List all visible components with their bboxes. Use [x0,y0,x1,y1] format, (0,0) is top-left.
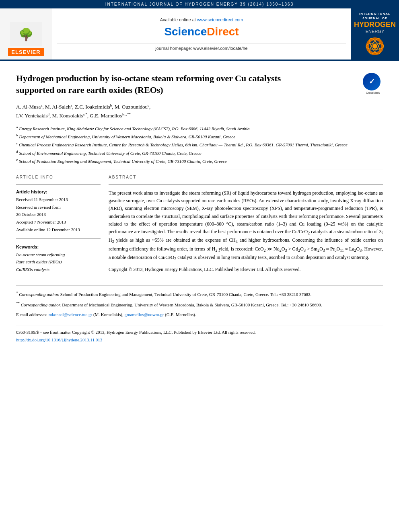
article-body: ARTICLE INFO Article history: Received 1… [16,175,383,273]
keyword-2: Rare earth oxides (REOs) [16,258,101,266]
crossmark-block: ✓ CrossMark [363,73,383,93]
divider-1 [16,170,383,170]
svg-point-2 [372,44,377,49]
keyword-1: Iso-octane steam reforming [16,251,101,259]
doi-line: http://dx.doi.org/10.1016/j.ijhydene.201… [16,336,383,344]
article-title: Hydrogen production by iso-octane steam … [16,73,306,96]
email-line: E-mail addresses: mkonsol@science.tuc.gr… [16,311,383,318]
crossmark-label: CrossMark [363,91,383,94]
issn-line: 0360-3199/$ – see front matter Copyright… [16,329,383,336]
footer-bottom: 0360-3199/$ – see front matter Copyright… [16,325,383,343]
affiliation-d: d School of Environmental Engineering, T… [16,149,383,157]
keywords-label: Keywords: [16,244,101,249]
article-info-column: ARTICLE INFO Article history: Received 1… [16,175,101,273]
keywords-list: Iso-octane steam reforming Rare earth ox… [16,251,101,273]
elsevier-tree-icon: 🌳 [10,22,42,46]
date-available: Available online 12 December 2013 [16,226,101,234]
copyright-text: Copyright © 2013, Hydrogen Energy Public… [109,266,383,273]
corresponding-author-1: * Corresponding author. School of Produc… [16,290,383,298]
main-content: Hydrogen production by iso-octane steam … [0,61,399,351]
affiliations-block: a Energy Research Institute, King Abdula… [16,124,383,165]
journal-logo-name: HYDROGEN [354,21,396,29]
divider-keywords [16,238,101,239]
sciencedirect-url[interactable]: www.sciencedirect.com [197,17,243,22]
elsevier-label: ELSEVIER [8,48,43,56]
keywords-section: Keywords: Iso-octane steam reforming Rar… [16,244,101,273]
abstract-text: The present work aims to investigate the… [109,189,383,263]
date-revised: 26 October 2013 [16,211,101,218]
available-online-text: Available online at www.sciencedirect.co… [160,17,243,22]
elsevier-logo-block: 🌳 ELSEVIER [0,8,52,60]
journal-logo-energy: ENERGY [366,29,384,34]
affiliation-e: e School of Production Engineering and M… [16,157,383,165]
crossmark-icon: ✓ [363,73,380,90]
email-1-link[interactable]: mkonsol@science.tuc.gr [49,312,93,317]
history-label: Article history: [16,189,101,194]
doi-link[interactable]: http://dx.doi.org/10.1016/j.ijhydene.201… [16,337,102,342]
abstract-column: ABSTRACT The present work aims to invest… [109,175,383,273]
title-block: Hydrogen production by iso-octane steam … [16,69,359,102]
journal-header-bar: INTERNATIONAL JOURNAL OF HYDROGEN ENERGY… [0,0,399,8]
sciencedirect-logo: ScienceDirect [164,25,239,38]
journal-logo-block: INTERNATIONALJOURNAL OF HYDROGEN ENERGY [351,8,399,60]
corresponding-author-2: ** Corresponding author. Department of M… [16,300,383,308]
affiliation-b: b Department of Mechanical Engineering, … [16,132,383,140]
keyword-3: Cu/REOs catalysts [16,266,101,273]
journal-logo-title: INTERNATIONALJOURNAL OF [359,12,391,21]
journal-logo-image [365,36,385,56]
date-received: Received 11 September 2013 [16,196,101,203]
authors-line: A. Al-Musaa, M. Al-Saleha, Z.C. Ioakeimi… [16,103,383,120]
affiliation-a: a Energy Research Institute, King Abdula… [16,124,383,132]
date-revised-label: Received in revised form [16,203,101,211]
journal-header: 🌳 ELSEVIER Available online at www.scien… [0,8,399,61]
article-info-header: ARTICLE INFO [16,175,101,179]
date-accepted: Accepted 7 November 2013 [16,218,101,226]
footer-notes: * Corresponding author. School of Produc… [16,286,383,318]
header-center: Available online at www.sciencedirect.co… [52,8,351,60]
title-section: Hydrogen production by iso-octane steam … [16,69,383,102]
journal-title-bar: INTERNATIONAL JOURNAL OF HYDROGEN ENERGY… [105,2,294,6]
email-2-link[interactable]: gmamellos@uowm.gr [125,312,164,317]
divider-abstract [109,184,383,185]
journal-homepage: journal homepage: www.elsevier.com/locat… [57,43,346,51]
affiliation-c: c Chemical Process Engineering Research … [16,140,383,148]
abstract-header: ABSTRACT [109,175,383,179]
divider-info [16,184,101,185]
